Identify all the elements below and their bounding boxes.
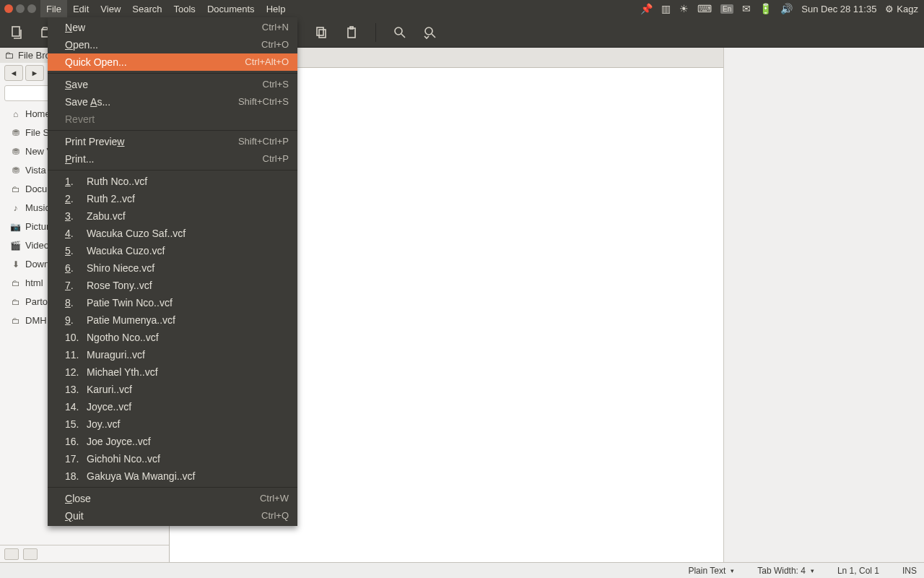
weather-icon[interactable]: ☀ (679, 3, 689, 14)
place-label: html (25, 275, 43, 291)
menu-documents[interactable]: Documents (201, 0, 261, 17)
user-label: Kagz (897, 4, 918, 14)
menubar: File Edit View Search Tools Documents He… (40, 0, 291, 17)
svg-rect-0 (12, 27, 19, 36)
tabwidth-selector[interactable]: Tab Width: 4 (757, 566, 814, 576)
minimize-icon[interactable] (16, 4, 25, 13)
place-label: DMH (25, 313, 47, 329)
pin-icon[interactable]: 📌 (640, 3, 653, 14)
drive-icon: ⛃ (10, 125, 21, 141)
svg-rect-6 (348, 28, 355, 38)
volume-icon[interactable]: 🔊 (780, 3, 793, 14)
menu-item-recent[interactable]: 8.Patie Twin Nco..vcf (48, 294, 297, 311)
menu-separator (48, 73, 297, 74)
menu-item-recent[interactable]: 7.Rose Tony..vcf (48, 277, 297, 294)
menu-item-save[interactable]: SaveCtrl+S (48, 76, 297, 93)
side-bottom (0, 545, 169, 562)
folder-icon: 🗀 (10, 181, 21, 197)
menu-search[interactable]: Search (126, 0, 167, 17)
statusbar: Plain Text Tab Width: 4 Ln 1, Col 1 INS (0, 562, 924, 578)
download-icon: ⬇ (10, 256, 21, 272)
search-button[interactable] (391, 23, 409, 42)
menu-item-recent[interactable]: 17.Gichohi Nco..vcf (48, 450, 297, 467)
menu-item-recent[interactable]: 9.Patie Mumenya..vcf (48, 311, 297, 329)
menu-view[interactable]: View (95, 0, 126, 17)
menu-item-new[interactable]: NewCtrl+N (48, 19, 297, 36)
svg-rect-4 (317, 27, 323, 35)
toolbar-separator (375, 23, 376, 42)
place-label: Music (25, 200, 50, 216)
menu-item-recent[interactable]: 13.Karuri..vcf (48, 381, 297, 398)
menu-item-recent[interactable]: 5.Wacuka Cuzo.vcf (48, 242, 297, 259)
folder-icon: 🗀 (10, 294, 21, 310)
menu-item-recent[interactable]: 4.Wacuka Cuzo Saf..vcf (48, 225, 297, 242)
maximize-icon[interactable] (27, 4, 36, 13)
svg-point-8 (395, 27, 402, 35)
menu-file[interactable]: File (40, 0, 67, 17)
menu-tools[interactable]: Tools (168, 0, 201, 17)
clock[interactable]: Sun Dec 28 11:35 (801, 4, 876, 14)
menu-item-recent[interactable]: 16.Joe Joyce..vcf (48, 433, 297, 450)
menu-help[interactable]: Help (261, 0, 292, 17)
menu-item-recent[interactable]: 14.Joyce..vcf (48, 398, 297, 415)
menu-edit[interactable]: Edit (67, 0, 95, 17)
menu-item-recent[interactable]: 3.Zabu.vcf (48, 207, 297, 225)
battery-icon[interactable]: 🔋 (759, 3, 772, 14)
panel-indicators: 📌 ▥ ☀ ⌨ En ✉ 🔋 🔊 Sun Dec 28 11:35 ⚙Kagz (640, 3, 924, 14)
menu-item-quit[interactable]: QuitCtrl+Q (48, 507, 297, 525)
menu-item-print-preview[interactable]: Print PreviewShift+Ctrl+P (48, 133, 297, 150)
menu-item-recent[interactable]: 6.Shiro Niece.vcf (48, 259, 297, 277)
video-icon: 🎬 (10, 238, 21, 254)
drive-icon: ⛃ (10, 163, 21, 178)
top-panel: File Edit View Search Tools Documents He… (0, 0, 924, 17)
right-gutter (723, 48, 924, 562)
mail-icon[interactable]: ✉ (742, 3, 751, 14)
folder-icon: 🗀 (10, 313, 21, 329)
replace-button[interactable] (421, 23, 440, 42)
menu-item-recent[interactable]: 18.Gakuya Wa Mwangi..vcf (48, 467, 297, 485)
menu-item-save-as[interactable]: Save As...Shift+Ctrl+S (48, 93, 297, 111)
nav-back-button[interactable]: ◄ (4, 65, 23, 81)
gear-icon: ⚙ (885, 4, 894, 14)
paste-button[interactable] (342, 23, 361, 42)
menu-item-open[interactable]: Open...Ctrl+O (48, 36, 297, 53)
menu-item-quick-open[interactable]: Quick Open...Ctrl+Alt+O (48, 53, 297, 71)
nav-forward-button[interactable]: ► (25, 65, 44, 81)
close-icon[interactable] (4, 4, 13, 13)
place-label: Vista (25, 163, 46, 178)
menu-item-print[interactable]: Print...Ctrl+P (48, 150, 297, 168)
notes-icon[interactable]: ▥ (661, 3, 671, 14)
bottom-view-b[interactable] (23, 548, 38, 560)
menu-item-recent[interactable]: 2.Ruth 2..vcf (48, 190, 297, 207)
file-menu-dropdown: NewCtrl+N Open...Ctrl+O Quick Open...Ctr… (48, 17, 297, 526)
new-doc-button[interactable] (7, 23, 26, 42)
menu-separator (48, 487, 297, 488)
menu-item-recent[interactable]: 15.Joy..vcf (48, 415, 297, 433)
cursor-position: Ln 1, Col 1 (837, 566, 879, 576)
keyboard-icon[interactable]: ⌨ (697, 3, 712, 14)
menu-item-revert: Revert (48, 111, 297, 128)
svg-rect-5 (319, 30, 326, 38)
menu-item-recent[interactable]: 12.Michael Yth..vcf (48, 363, 297, 381)
menu-item-recent[interactable]: 1.Ruth Nco..vcf (48, 173, 297, 190)
copy-button[interactable] (312, 23, 331, 42)
menu-item-recent[interactable]: 10.Ngotho Nco..vcf (48, 329, 297, 346)
folder-icon: 🗀 (10, 275, 21, 291)
camera-icon: 📷 (10, 219, 21, 235)
menu-separator (48, 130, 297, 131)
place-label: Home (25, 106, 51, 122)
home-icon: ⌂ (10, 106, 21, 122)
svg-point-9 (425, 27, 432, 35)
window-controls (0, 4, 40, 13)
menu-separator (48, 170, 297, 171)
session-menu[interactable]: ⚙Kagz (885, 4, 918, 14)
menu-item-recent[interactable]: 11.Muraguri..vcf (48, 346, 297, 363)
music-icon: ♪ (10, 200, 21, 216)
syntax-selector[interactable]: Plain Text (688, 566, 734, 576)
menu-item-close[interactable]: CloseCtrl+W (48, 490, 297, 507)
lang-indicator[interactable]: En (720, 4, 733, 14)
insert-mode[interactable]: INS (902, 566, 917, 576)
drive-icon: ⛃ (10, 144, 21, 160)
folder-icon: 🗀 (4, 50, 14, 61)
bottom-view-a[interactable] (4, 548, 19, 560)
